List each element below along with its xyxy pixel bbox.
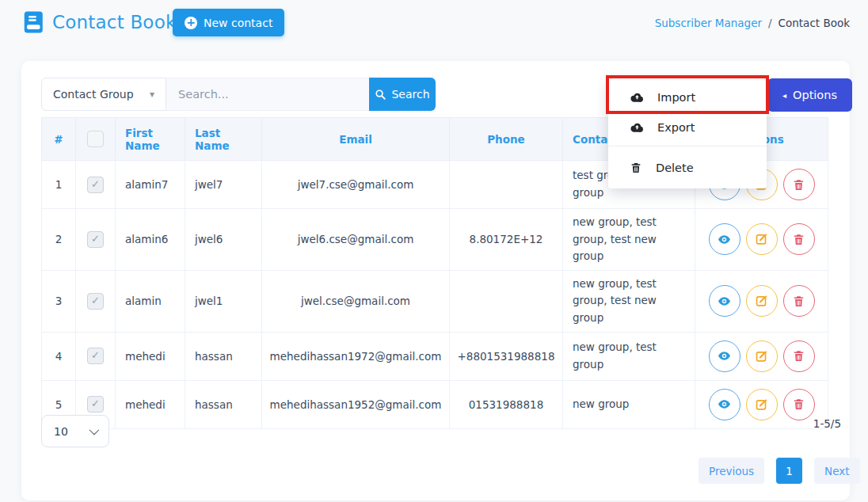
cell-email: mehedihassan1952@gmail.com	[262, 380, 450, 428]
select-all-checkbox[interactable]	[87, 131, 104, 147]
trash-icon	[630, 162, 642, 174]
cell-phone: 01531988818	[450, 380, 563, 428]
cell-last-name: jwel7	[185, 161, 262, 209]
col-header-last-name: Last Name	[185, 118, 262, 161]
cell-phone: 8.80172E+12	[450, 209, 563, 271]
menu-item-label: Export	[657, 121, 695, 134]
magnifier-icon	[375, 89, 386, 101]
cell-last-name: jwel1	[185, 270, 262, 332]
breadcrumb-separator: /	[768, 17, 772, 29]
cell-phone: +8801531988818	[450, 332, 563, 380]
col-header-email: Email	[262, 118, 450, 161]
contact-group-filter-select[interactable]: Contact Group	[41, 78, 166, 111]
row-num: 3	[42, 270, 76, 332]
col-header-first-name: First Name	[116, 118, 185, 161]
options-button[interactable]: Options	[767, 78, 852, 112]
contact-group-filter-label: Contact Group	[53, 88, 134, 101]
cell-actions	[695, 332, 828, 380]
cell-last-name: jwel6	[185, 209, 262, 271]
col-header-select-all	[76, 118, 116, 161]
menu-item-import[interactable]: Import	[608, 82, 767, 112]
table-row: 3 alamin jwel1 jwel.cse@gmail.com new gr…	[42, 270, 828, 332]
edit-button[interactable]	[746, 285, 778, 317]
breadcrumb-current: Contact Book	[779, 17, 850, 29]
pagination-previous-button[interactable]: Previous	[699, 458, 764, 484]
options-button-label: Options	[793, 89, 837, 101]
cell-last-name: hassan	[185, 332, 262, 380]
table-row: 2 alamin6 jwel6 jwel6.cse@gmail.com 8.80…	[42, 209, 828, 271]
per-page-value: 10	[54, 425, 68, 438]
row-num: 2	[42, 209, 76, 271]
edit-button[interactable]	[746, 340, 778, 372]
row-select-cell	[76, 270, 116, 332]
view-button[interactable]	[709, 389, 740, 420]
menu-divider	[608, 146, 767, 146]
breadcrumb-link-subscriber-manager[interactable]: Subscriber Manager	[655, 17, 762, 29]
row-checkbox[interactable]	[87, 177, 104, 193]
cell-first-name: mehedi	[116, 332, 185, 380]
row-checkbox[interactable]	[87, 231, 104, 248]
menu-item-delete[interactable]: Delete	[608, 153, 767, 183]
menu-item-export[interactable]: Export	[608, 112, 767, 143]
pagination-page-1-button[interactable]: 1	[776, 458, 802, 484]
cell-first-name: mehedi	[116, 380, 185, 428]
breadcrumb: Subscriber Manager / Contact Book	[655, 17, 850, 29]
cell-contact-groups: new group, test group	[563, 332, 695, 380]
app-brand: Contact Book	[21, 10, 176, 34]
cell-contact-groups: new group, test group, test new group	[563, 209, 695, 271]
cell-phone	[450, 270, 563, 332]
view-button[interactable]	[709, 223, 740, 255]
row-checkbox[interactable]	[87, 348, 104, 364]
row-select-cell	[76, 161, 116, 209]
result-range-label: 1-5/5	[813, 417, 841, 430]
search-input[interactable]	[166, 78, 369, 111]
chevron-down-icon	[89, 425, 100, 435]
cell-contact-groups: new group	[563, 380, 695, 428]
cell-first-name: alamin6	[116, 209, 185, 271]
pagination: Previous 1 Next	[699, 458, 860, 484]
menu-item-label: Delete	[656, 162, 694, 174]
edit-button[interactable]	[746, 223, 778, 255]
caret-left-icon	[782, 91, 786, 100]
row-checkbox[interactable]	[87, 293, 104, 310]
cell-first-name: alamin	[116, 270, 185, 332]
options-dropdown-menu: Import Export Delete	[608, 78, 767, 188]
cell-email: jwel.cse@gmail.com	[262, 270, 450, 332]
cell-first-name: alamin7	[116, 161, 185, 209]
row-num: 4	[42, 332, 76, 380]
row-select-cell	[76, 209, 116, 271]
cell-contact-groups: new group, test group, test new group	[563, 270, 695, 332]
table-row: 4 mehedi hassan mehedihassan1972@gmail.c…	[42, 332, 828, 380]
per-page-select[interactable]: 10	[41, 415, 109, 447]
delete-button[interactable]	[783, 389, 815, 420]
new-contact-button[interactable]: New contact	[173, 9, 284, 36]
edit-button[interactable]	[746, 389, 778, 420]
delete-button[interactable]	[783, 223, 815, 255]
cell-email: mehedihassan1972@gmail.com	[262, 332, 450, 380]
search-button-label: Search	[391, 88, 429, 101]
book-icon	[21, 10, 45, 34]
cell-phone	[450, 161, 563, 209]
new-contact-label: New contact	[204, 17, 272, 29]
cell-actions	[695, 270, 828, 332]
plus-circle-icon	[185, 17, 197, 29]
col-header-phone: Phone	[450, 118, 563, 161]
row-select-cell	[76, 332, 116, 380]
delete-button[interactable]	[783, 340, 815, 372]
table-row: 5 mehedi hassan mehedihassan1952@gmail.c…	[42, 380, 828, 428]
pagination-next-button[interactable]: Next	[814, 458, 859, 484]
cloud-upload-icon	[630, 122, 644, 133]
cell-actions	[695, 209, 828, 271]
row-num: 1	[42, 161, 76, 209]
search-button[interactable]: Search	[369, 78, 436, 111]
menu-item-label: Import	[657, 91, 695, 104]
delete-button[interactable]	[783, 285, 815, 317]
cloud-upload-icon	[630, 92, 644, 103]
delete-button[interactable]	[783, 169, 815, 200]
page-title: Contact Book	[52, 12, 176, 32]
row-checkbox[interactable]	[87, 396, 104, 413]
view-button[interactable]	[709, 285, 740, 317]
view-button[interactable]	[709, 340, 740, 372]
cell-last-name: hassan	[185, 380, 262, 428]
cell-email: jwel7.cse@gmail.com	[262, 161, 450, 209]
